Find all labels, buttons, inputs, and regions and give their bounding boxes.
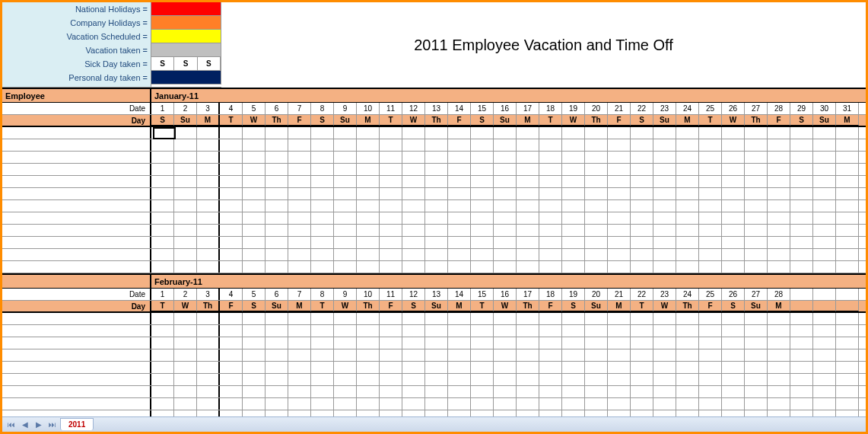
grid-cell[interactable] xyxy=(585,337,608,349)
grid-cell[interactable] xyxy=(790,313,813,324)
grid-cell[interactable] xyxy=(517,164,539,175)
grid-cell[interactable] xyxy=(471,362,494,373)
grid-cell[interactable] xyxy=(608,176,631,187)
grid-cell[interactable] xyxy=(813,249,836,260)
grid-cell[interactable] xyxy=(357,225,380,236)
grid-cell[interactable] xyxy=(471,249,494,260)
grid-cell[interactable] xyxy=(174,313,197,324)
grid-cell[interactable] xyxy=(562,349,585,361)
grid-cell[interactable] xyxy=(334,398,357,410)
grid-cell[interactable]: M xyxy=(676,115,699,126)
grid-cell[interactable] xyxy=(631,237,653,248)
grid-cell[interactable]: 26 xyxy=(722,103,745,114)
grid-cell[interactable] xyxy=(608,337,631,349)
grid-cell[interactable]: Su xyxy=(174,115,197,126)
grid-cell[interactable] xyxy=(265,152,288,163)
grid-cell[interactable] xyxy=(151,212,174,224)
grid-cell[interactable] xyxy=(608,349,631,361)
grid-cell[interactable] xyxy=(311,349,334,361)
grid-cell[interactable] xyxy=(585,152,608,163)
grid-cell[interactable]: F xyxy=(768,115,790,126)
grid-cell[interactable] xyxy=(790,200,813,212)
grid-cell[interactable] xyxy=(722,237,745,248)
grid-cell[interactable] xyxy=(174,176,197,187)
sheet-tab-active[interactable]: 2011 xyxy=(60,418,94,430)
grid-cell[interactable] xyxy=(608,237,631,248)
grid-cell[interactable] xyxy=(357,200,380,212)
grid-cell[interactable] xyxy=(220,176,243,187)
grid-cell[interactable]: S xyxy=(631,115,653,126)
grid-cell[interactable]: W xyxy=(334,301,357,311)
grid-cell[interactable] xyxy=(357,349,380,361)
grid-cell[interactable]: 22 xyxy=(631,289,653,300)
grid-cell[interactable] xyxy=(585,362,608,373)
grid-cell[interactable] xyxy=(311,386,334,397)
grid-cell[interactable] xyxy=(676,337,699,349)
grid-cell[interactable] xyxy=(608,386,631,397)
grid-cell[interactable] xyxy=(334,349,357,361)
grid-cell[interactable] xyxy=(699,237,722,248)
grid-cell[interactable] xyxy=(448,164,471,175)
grid-cell[interactable]: 6 xyxy=(265,103,288,114)
grid-cell[interactable] xyxy=(311,237,334,248)
grid-cell[interactable]: S xyxy=(402,301,425,311)
grid-cell[interactable] xyxy=(402,337,425,349)
grid-cell[interactable] xyxy=(745,349,768,361)
grid-cell[interactable] xyxy=(425,386,448,397)
grid-cell[interactable]: W xyxy=(494,301,517,311)
grid-cell[interactable] xyxy=(288,261,311,273)
grid-cell[interactable]: 5 xyxy=(243,289,265,300)
grid-cell[interactable] xyxy=(471,188,494,199)
grid-cell[interactable]: Su xyxy=(745,301,768,311)
grid-cell[interactable] xyxy=(768,349,790,361)
grid-cell[interactable] xyxy=(676,212,699,224)
grid-cell[interactable] xyxy=(631,386,653,397)
grid-cell[interactable] xyxy=(813,237,836,248)
grid-cell[interactable] xyxy=(539,374,562,385)
grid-cell[interactable] xyxy=(174,261,197,273)
grid-cell[interactable] xyxy=(608,261,631,273)
grid-cell[interactable] xyxy=(265,374,288,385)
grid-cell[interactable] xyxy=(745,337,768,349)
grid-cell[interactable] xyxy=(836,152,859,163)
grid-cell[interactable] xyxy=(243,237,265,248)
tab-nav-first-icon[interactable]: ⏮ xyxy=(5,420,17,430)
grid-cell[interactable] xyxy=(676,249,699,260)
grid-cell[interactable]: 2 xyxy=(174,289,197,300)
grid-cell[interactable] xyxy=(539,139,562,151)
grid-cell[interactable]: 7 xyxy=(288,103,311,114)
grid-cell[interactable] xyxy=(380,200,402,212)
grid-cell[interactable] xyxy=(836,127,859,139)
grid-cell[interactable] xyxy=(265,362,288,373)
grid-cell[interactable]: W xyxy=(562,115,585,126)
grid-cell[interactable] xyxy=(676,362,699,373)
grid-cell[interactable] xyxy=(471,164,494,175)
grid-cell[interactable] xyxy=(608,325,631,337)
grid-cell[interactable] xyxy=(243,325,265,337)
grid-cell[interactable] xyxy=(790,301,813,311)
grid-cell[interactable] xyxy=(722,313,745,324)
grid-cell[interactable] xyxy=(722,188,745,199)
grid-cell[interactable] xyxy=(722,337,745,349)
grid-cell[interactable] xyxy=(539,398,562,410)
grid-cell[interactable] xyxy=(334,200,357,212)
grid-cell[interactable] xyxy=(653,374,676,385)
grid-cell[interactable] xyxy=(174,325,197,337)
grid-cell[interactable] xyxy=(517,398,539,410)
grid-cell[interactable]: 22 xyxy=(631,103,653,114)
grid-cell[interactable] xyxy=(517,249,539,260)
grid-cell[interactable]: T xyxy=(311,301,334,311)
grid-cell[interactable] xyxy=(265,325,288,337)
grid-cell[interactable] xyxy=(790,261,813,273)
grid-cell[interactable] xyxy=(631,249,653,260)
grid-cell[interactable]: 6 xyxy=(265,289,288,300)
grid-cell[interactable] xyxy=(813,212,836,224)
grid-cell[interactable] xyxy=(151,225,174,236)
grid-cell[interactable] xyxy=(151,261,174,273)
grid-cell[interactable] xyxy=(243,313,265,324)
grid-cell[interactable] xyxy=(562,362,585,373)
grid-cell[interactable] xyxy=(311,164,334,175)
grid-cell[interactable] xyxy=(722,200,745,212)
grid-cell[interactable] xyxy=(425,325,448,337)
grid-cell[interactable] xyxy=(334,374,357,385)
